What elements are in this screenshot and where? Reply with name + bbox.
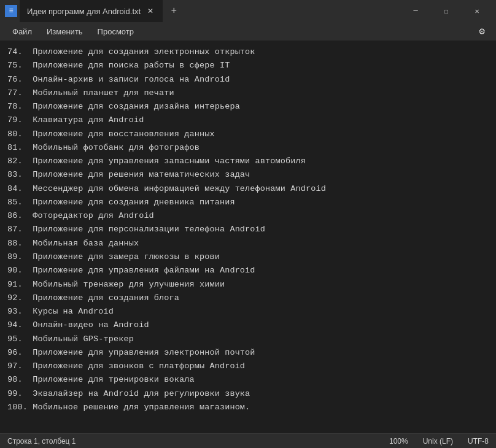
- list-item: 98. Приложение для тренировки вокала: [7, 373, 489, 387]
- list-item: 89. Приложение для замера глюкозы в кров…: [7, 250, 489, 264]
- list-item: 88. Мобильная база данных: [7, 237, 489, 250]
- new-tab-button[interactable]: +: [165, 2, 182, 20]
- editor-area[interactable]: 74. Приложение для создания электронных …: [0, 41, 496, 433]
- close-window-button[interactable]: ✕: [463, 0, 491, 22]
- list-item: 75. Приложение для поиска работы в сфере…: [7, 59, 489, 72]
- menu-bar: Файл Изменить Просмотр ⚙: [0, 22, 496, 41]
- list-item: 95. Мобильный GPS-трекер: [7, 333, 489, 346]
- list-item: 78. Приложение для создания дизайна инте…: [7, 100, 489, 114]
- tab-title: Идеи программ для Android.txt: [27, 7, 141, 16]
- file-menu[interactable]: Файл: [5, 25, 39, 39]
- view-menu[interactable]: Просмотр: [90, 25, 141, 39]
- list-item: 90. Приложение для управления файлами на…: [7, 264, 489, 277]
- status-right: 100% Unix (LF) UTF-8: [389, 437, 489, 446]
- list-item: 79. Клавиатура для Android: [7, 114, 489, 127]
- title-bar: ≡ Идеи программ для Android.txt ✕ + — ☐ …: [0, 0, 496, 22]
- app-icon: ≡: [5, 5, 17, 17]
- list-item: 96. Приложение для управления электронно…: [7, 346, 489, 360]
- list-item: 77. Мобильный планшет для печати: [7, 87, 489, 100]
- maximize-button[interactable]: ☐: [432, 0, 460, 22]
- active-tab[interactable]: Идеи программ для Android.txt ✕: [20, 0, 163, 22]
- edit-menu[interactable]: Изменить: [39, 25, 90, 39]
- status-bar: Строка 1, столбец 1 100% Unix (LF) UTF-8: [0, 433, 496, 448]
- list-item: 86. Фоторедактор для Android: [7, 209, 489, 223]
- minimize-button[interactable]: —: [401, 0, 430, 22]
- settings-icon[interactable]: ⚙: [473, 22, 491, 41]
- list-item: 76. Онлайн-архив и записи голоса на Andr…: [7, 73, 489, 87]
- list-item: 99. Эквалайзер на Android для регулировк…: [7, 387, 489, 401]
- list-item: 85. Приложение для создания дневника пит…: [7, 196, 489, 209]
- list-item: 91. Мобильный тренажер для улучшения хим…: [7, 278, 489, 292]
- text-content: 74. Приложение для создания электронных …: [7, 45, 489, 414]
- list-item: 87. Приложение для персонализации телефо…: [7, 223, 489, 236]
- list-item: 74. Приложение для создания электронных …: [7, 45, 489, 59]
- list-item: 83. Приложение для решения математически…: [7, 168, 489, 182]
- list-item: 82. Приложение для управления запасными …: [7, 155, 489, 168]
- list-item: 100. Мобильное решение для управления ма…: [7, 401, 489, 414]
- close-tab-button[interactable]: ✕: [145, 6, 155, 16]
- list-item: 80. Приложение для восстановления данных: [7, 128, 489, 141]
- window-controls: — ☐ ✕: [401, 0, 491, 22]
- list-item: 94. Онлайн-видео на Android: [7, 319, 489, 332]
- list-item: 84. Мессенджер для обмена информацией ме…: [7, 182, 489, 196]
- line-ending: Unix (LF): [423, 437, 453, 446]
- cursor-position: Строка 1, столбец 1: [7, 437, 76, 446]
- list-item: 93. Курсы на Android: [7, 305, 489, 319]
- list-item: 97. Приложение для звонков с платформы A…: [7, 360, 489, 373]
- zoom-level: 100%: [389, 437, 408, 446]
- list-item: 92. Приложение для создания блога: [7, 292, 489, 305]
- list-item: 81. Мобильный фотобанк для фотографов: [7, 141, 489, 155]
- encoding: UTF-8: [468, 437, 489, 446]
